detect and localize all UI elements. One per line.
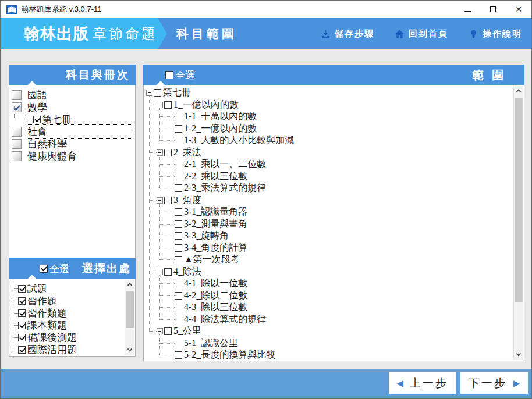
tree-node-label[interactable]: 5_公里 <box>173 325 201 337</box>
source-label[interactable]: 課本類題 <box>27 319 67 332</box>
home-button[interactable]: 回到首頁 <box>394 28 448 40</box>
tree-node-checkbox[interactable] <box>175 292 182 300</box>
minimize-button[interactable] <box>455 1 480 18</box>
tree-node-checkbox[interactable] <box>175 340 182 347</box>
tree-node-checkbox[interactable] <box>175 351 182 359</box>
tree-node-label[interactable]: 4-4_除法算式的規律 <box>184 314 266 326</box>
subject-label[interactable]: 自然科學 <box>27 137 67 151</box>
tree-node-label[interactable]: 4_除法 <box>173 266 201 278</box>
tree-node-label[interactable]: 3-1_認識量角器 <box>184 206 247 218</box>
tree-collapse-toggle[interactable] <box>157 149 163 156</box>
tree-node-label[interactable]: 3-2_測量與畫角 <box>184 218 247 230</box>
subject-volume-checkbox[interactable] <box>33 116 41 123</box>
tree-node-checkbox[interactable] <box>175 173 182 180</box>
tree-node-checkbox[interactable] <box>175 137 182 144</box>
page-title: 科目範圍 <box>176 18 237 49</box>
tree-node-checkbox[interactable] <box>164 327 172 335</box>
tree-node-checkbox[interactable] <box>164 197 172 204</box>
source-label[interactable]: 國際活用題 <box>27 343 77 357</box>
tree-node-checkbox[interactable] <box>164 101 172 109</box>
tree-row: 第七冊 <box>145 87 513 99</box>
tree-connector-line <box>159 140 175 141</box>
tree-node-checkbox[interactable] <box>154 89 161 97</box>
source-checkbox[interactable] <box>18 346 26 354</box>
tree-node-label[interactable]: 1-1_十萬以內的數 <box>184 111 257 123</box>
tree-node-checkbox[interactable] <box>164 268 172 276</box>
tree-node-checkbox[interactable] <box>175 256 182 263</box>
tree-node-label[interactable]: 2_乘法 <box>173 147 201 159</box>
subject-checkbox[interactable] <box>12 90 22 100</box>
tree-node-label[interactable]: 3-4_角度的計算 <box>184 242 247 254</box>
tree-collapse-toggle[interactable] <box>157 328 163 334</box>
scroll-up-arrow-icon[interactable] <box>125 280 134 289</box>
tree-collapse-toggle[interactable] <box>146 90 152 96</box>
scroll-up-arrow-icon[interactable] <box>514 86 523 95</box>
source-checkbox[interactable] <box>18 297 26 305</box>
scroll-down-arrow-icon[interactable] <box>514 351 523 360</box>
subject-checkbox[interactable] <box>12 127 22 137</box>
sources-select-all-checkbox[interactable] <box>40 265 48 273</box>
scrollbar-thumb[interactable] <box>126 291 134 328</box>
source-checkbox[interactable] <box>18 309 26 317</box>
subject-checkbox[interactable] <box>12 151 22 161</box>
tree-node-label[interactable]: 2-2_乘以三位數 <box>184 170 247 183</box>
source-label[interactable]: 習作題 <box>27 294 57 308</box>
tree-node-label[interactable]: 1-3_大數的大小比較與加減 <box>184 134 294 147</box>
tree-node-checkbox[interactable] <box>175 280 182 287</box>
next-step-button[interactable]: 下一步 ▶ <box>460 372 528 394</box>
tree-node-label[interactable]: 1-2_一億以內的數 <box>184 123 257 135</box>
source-label[interactable]: 備課後測題 <box>27 331 77 344</box>
tree-node-checkbox[interactable] <box>175 125 182 133</box>
sources-scrollbar[interactable] <box>125 280 134 355</box>
scroll-down-arrow-icon[interactable] <box>125 346 134 355</box>
source-label[interactable]: 習作類題 <box>27 307 67 320</box>
tree-node-checkbox[interactable] <box>175 316 182 323</box>
source-label[interactable]: TASA模擬題型 <box>27 355 92 357</box>
tree-collapse-toggle[interactable] <box>157 269 163 275</box>
scope-select-all: 全選 <box>165 69 195 82</box>
source-checkbox[interactable] <box>18 322 26 329</box>
subject-label[interactable]: 社會 <box>27 125 134 138</box>
tree-node-checkbox[interactable] <box>175 220 182 228</box>
subject-checkbox[interactable] <box>12 102 22 112</box>
tree-node-label[interactable]: 4-2_除以二位數 <box>184 290 247 302</box>
scrollbar-thumb[interactable] <box>515 98 523 302</box>
tree-node-label[interactable]: 1_一億以內的數 <box>173 99 239 111</box>
tree-collapse-toggle[interactable] <box>157 102 163 108</box>
tree-node-label[interactable]: 5-2_長度的換算與比較 <box>184 349 275 361</box>
subject-label[interactable]: 健康與體育 <box>27 149 77 163</box>
tree-node-label[interactable]: 3_角度 <box>173 194 201 206</box>
tree-node-checkbox[interactable] <box>175 184 182 192</box>
footer-bar: ◀ 上一步 下一步 ▶ <box>1 369 531 398</box>
help-button[interactable]: 操作說明 <box>468 28 522 40</box>
subject-label[interactable]: 第七冊 <box>42 113 72 126</box>
tree-node-label[interactable]: 4-3_除以三位數 <box>184 301 247 314</box>
tree-node-checkbox[interactable] <box>175 232 182 240</box>
maximize-button[interactable] <box>480 1 506 18</box>
tree-node-label[interactable]: 4-1_除以一位數 <box>184 277 247 290</box>
subject-checkbox[interactable] <box>12 139 22 149</box>
scope-select-all-checkbox[interactable] <box>165 71 173 79</box>
tree-node-checkbox[interactable] <box>175 244 182 252</box>
tree-node-label[interactable]: 第七冊 <box>163 87 191 99</box>
source-checkbox[interactable] <box>18 285 26 293</box>
tree-node-checkbox[interactable] <box>175 113 182 120</box>
tree-node-label[interactable]: 5-1_認識公里 <box>184 337 238 350</box>
tree-node-checkbox[interactable] <box>175 304 182 311</box>
tree-node-label[interactable]: 3-3_旋轉角 <box>184 230 229 242</box>
tree-node-label[interactable]: 2-3_乘法算式的規律 <box>184 182 266 194</box>
tree-node-label[interactable]: 2-1_乘以一、二位數 <box>184 158 266 170</box>
tree-collapse-toggle[interactable] <box>157 197 163 204</box>
source-checkbox[interactable] <box>18 334 26 341</box>
tree-node-checkbox[interactable] <box>164 149 172 156</box>
tree-row: 3_角度 <box>145 194 513 206</box>
tree-node-checkbox[interactable] <box>175 161 182 168</box>
tree-node-label[interactable]: ▲第一次段考 <box>184 254 240 266</box>
tree-node-checkbox[interactable] <box>175 208 182 216</box>
prev-step-button[interactable]: ◀ 上一步 <box>389 372 456 394</box>
source-label[interactable]: 試題 <box>27 282 47 295</box>
close-button[interactable]: ✕ <box>506 1 531 18</box>
scope-scrollbar[interactable] <box>513 86 523 360</box>
subject-label[interactable]: 國語 <box>27 88 47 102</box>
save-steps-button[interactable]: 儲存步驟 <box>320 28 374 40</box>
